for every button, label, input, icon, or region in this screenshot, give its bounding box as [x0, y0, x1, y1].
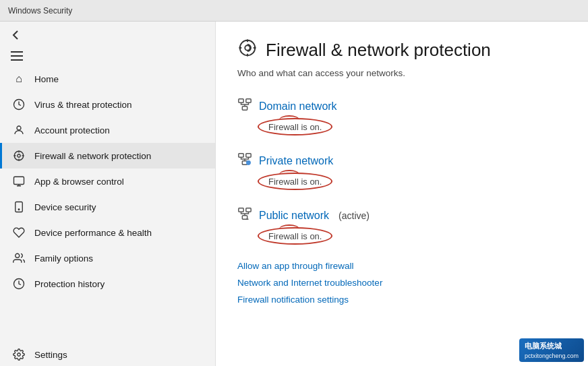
main-container: ⌂ Home Virus & threat protection Account…	[0, 22, 588, 366]
public-firewall-status-wrapper: Firewall is on.	[258, 227, 332, 245]
private-firewall-status-wrapper: Firewall is on.	[258, 173, 332, 190]
allow-app-link[interactable]: Allow an app through firewall	[237, 261, 566, 271]
sidebar-settings-label: Settings	[34, 350, 67, 360]
svg-rect-21	[239, 208, 243, 212]
public-network-header: Public network (active)	[237, 206, 566, 224]
family-icon	[13, 252, 25, 264]
sidebar-item-history-label: Protection history	[34, 279, 105, 289]
svg-point-8	[18, 209, 20, 210]
hamburger-button[interactable]	[0, 46, 215, 66]
sidebar-item-app-browser[interactable]: App & browser control	[0, 169, 215, 194]
sidebar-item-account-label: Account protection	[34, 125, 110, 135]
svg-point-20	[247, 161, 251, 165]
back-button[interactable]	[0, 24, 215, 46]
svg-rect-17	[239, 154, 243, 158]
svg-point-11	[18, 353, 21, 357]
device-security-icon	[13, 201, 25, 213]
virus-icon	[13, 98, 25, 111]
sidebar-item-device-health[interactable]: Device performance & health	[0, 220, 215, 245]
domain-network-item: Domain network Firewall is on.	[237, 97, 566, 135]
history-icon	[13, 278, 25, 290]
firewall-nav-icon	[13, 150, 25, 162]
page-subtitle: Who and what can access your networks.	[237, 68, 566, 78]
sidebar-item-device-health-label: Device performance & health	[34, 228, 152, 238]
page-header-icon	[237, 38, 258, 63]
svg-rect-16	[242, 106, 247, 111]
public-network-icon	[237, 206, 252, 224]
account-icon	[13, 124, 25, 136]
sidebar-item-family-label: Family options	[34, 253, 93, 264]
domain-firewall-status: Firewall is on.	[268, 122, 322, 132]
watermark: 电脑系统城 pctxitongcheng.com	[519, 338, 584, 362]
domain-network-name[interactable]: Domain network	[259, 100, 337, 113]
domain-firewall-status-wrapper: Firewall is on.	[258, 118, 332, 135]
sidebar-item-home[interactable]: ⌂ Home	[0, 66, 215, 92]
top-bar: Windows Security	[0, 0, 588, 22]
svg-rect-23	[242, 216, 247, 220]
private-network-icon	[237, 152, 252, 170]
app-browser-icon	[13, 175, 25, 187]
svg-point-13	[245, 45, 250, 51]
home-icon: ⌂	[13, 73, 25, 85]
sidebar-item-device-security[interactable]: Device security	[0, 194, 215, 220]
sidebar-item-firewall[interactable]: Firewall & network protection	[0, 143, 215, 169]
settings-icon	[13, 348, 25, 361]
page-header: Firewall & network protection	[237, 38, 566, 63]
sidebar-item-app-browser-label: App & browser control	[34, 177, 124, 187]
domain-firewall-oval: Firewall is on.	[258, 118, 332, 135]
private-network-header: Private network	[237, 152, 566, 170]
public-network-active-badge: (active)	[339, 210, 370, 221]
sidebar-item-account[interactable]: Account protection	[0, 117, 215, 143]
svg-point-9	[16, 253, 20, 257]
public-network-name[interactable]: Public network	[259, 210, 329, 222]
top-bar-title: Windows Security	[8, 6, 72, 16]
sidebar-item-virus[interactable]: Virus & threat protection	[0, 92, 215, 117]
svg-rect-7	[16, 202, 23, 212]
links-section: Allow an app through firewall Network an…	[237, 261, 566, 305]
sidebar-item-settings[interactable]: Settings	[0, 342, 215, 366]
svg-rect-14	[239, 99, 243, 103]
sidebar-item-firewall-label: Firewall & network protection	[34, 151, 151, 161]
private-network-name[interactable]: Private network	[259, 155, 333, 167]
svg-rect-18	[246, 154, 251, 158]
public-firewall-status: Firewall is on.	[268, 231, 322, 241]
public-network-item: Public network (active) Firewall is on.	[237, 206, 566, 245]
sidebar-item-history[interactable]: Protection history	[0, 271, 215, 297]
sidebar-item-device-security-label: Device security	[34, 202, 96, 212]
svg-point-5	[18, 154, 21, 158]
sidebar-item-home-label: Home	[34, 74, 59, 84]
sidebar-item-family[interactable]: Family options	[0, 245, 215, 271]
sidebar-item-virus-label: Virus & threat protection	[34, 100, 132, 110]
svg-rect-6	[14, 177, 24, 184]
svg-rect-22	[246, 208, 251, 212]
back-icon	[11, 30, 22, 40]
hamburger-icon	[11, 51, 23, 61]
sidebar: ⌂ Home Virus & threat protection Account…	[0, 22, 216, 366]
main-content: Firewall & network protection Who and wh…	[216, 22, 588, 366]
private-firewall-status: Firewall is on.	[268, 177, 322, 187]
svg-rect-15	[246, 99, 251, 103]
device-health-icon	[13, 226, 25, 239]
private-firewall-oval: Firewall is on.	[258, 173, 332, 190]
private-network-item: Private network Firewall is on.	[237, 152, 566, 190]
page-title: Firewall & network protection	[266, 40, 491, 61]
domain-network-icon	[237, 97, 252, 115]
svg-point-3	[17, 126, 21, 130]
notification-settings-link[interactable]: Firewall notification settings	[237, 295, 566, 305]
svg-point-12	[240, 40, 256, 56]
domain-network-header: Domain network	[237, 97, 566, 115]
network-troubleshoot-link[interactable]: Network and Internet troubleshooter	[237, 278, 566, 288]
public-firewall-oval: Firewall is on.	[258, 227, 332, 245]
